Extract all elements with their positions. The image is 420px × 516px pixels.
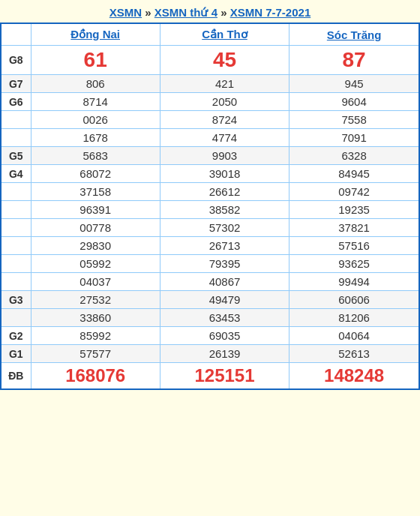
page-container: XSMN » XSMN thứ 4 » XSMN 7-7-2021 Đồng N…	[0, 0, 420, 390]
prize-value: 26612	[160, 183, 289, 201]
table-row: G6871420509604	[1, 93, 419, 111]
prize-value: 39018	[160, 165, 289, 183]
table-row: 167847747091	[1, 129, 419, 147]
prize-value: 79395	[160, 255, 289, 273]
table-row: G4680723901884945	[1, 165, 419, 183]
prize-value: 5683	[31, 147, 160, 165]
prize-value: 68072	[31, 165, 160, 183]
prize-value: 9604	[290, 93, 419, 111]
table-row: 338606345381206	[1, 309, 419, 327]
prize-label	[1, 201, 31, 219]
table-row: 371582661209742	[1, 183, 419, 201]
prize-value: 38582	[160, 201, 289, 219]
table-row: 002687247558	[1, 111, 419, 129]
prize-value: 04037	[31, 273, 160, 291]
prize-label	[1, 273, 31, 291]
prize-value: 09742	[290, 183, 419, 201]
xsmn-link[interactable]: XSMN	[110, 6, 142, 19]
prize-value: 945	[290, 75, 419, 93]
prize-value: 806	[31, 75, 160, 93]
prize-value: 04064	[290, 327, 419, 345]
prize-value: 93625	[290, 255, 419, 273]
prize-value: 26139	[160, 345, 289, 363]
prize-value: 37821	[290, 219, 419, 237]
table-header-row: Đồng Nai Cần Thơ Sóc Trăng	[1, 23, 419, 46]
prize-label	[1, 255, 31, 273]
prize-value: 63453	[160, 309, 289, 327]
xsmn-thu4-link[interactable]: XSMN thứ 4	[154, 6, 218, 19]
prize-value: 2050	[160, 93, 289, 111]
header-can-tho[interactable]: Cần Thơ	[160, 23, 289, 46]
prize-value: 1678	[31, 129, 160, 147]
prize-value: 84945	[290, 165, 419, 183]
prize-value: 26713	[160, 237, 289, 255]
prize-label	[1, 129, 31, 147]
sep1: »	[145, 6, 154, 19]
prize-label: G7	[1, 75, 31, 93]
prize-value: 148248	[290, 363, 419, 390]
prize-value: 6328	[290, 147, 419, 165]
prize-label: G4	[1, 165, 31, 183]
prize-value: 57302	[160, 219, 289, 237]
prize-value: 57577	[31, 345, 160, 363]
table-row: ĐB168076125151148248	[1, 363, 419, 390]
header-dong-nai[interactable]: Đồng Nai	[31, 23, 160, 46]
prize-label: G8	[1, 46, 31, 75]
header-label	[1, 23, 31, 46]
prize-value: 168076	[31, 363, 160, 390]
prize-value: 27532	[31, 291, 160, 309]
prize-value: 125151	[160, 363, 289, 390]
table-row: 040374086799494	[1, 273, 419, 291]
prize-value: 52613	[290, 345, 419, 363]
prize-value: 00778	[31, 219, 160, 237]
prize-value: 96391	[31, 201, 160, 219]
prize-value: 7558	[290, 111, 419, 129]
xsmn-date-link[interactable]: XSMN 7-7-2021	[230, 6, 311, 19]
table-row: G7806421945	[1, 75, 419, 93]
prize-label: G3	[1, 291, 31, 309]
prize-label: G5	[1, 147, 31, 165]
prize-label	[1, 309, 31, 327]
prize-value: 19235	[290, 201, 419, 219]
prize-value: 05992	[31, 255, 160, 273]
prize-label	[1, 183, 31, 201]
table-row: G2859926903504064	[1, 327, 419, 345]
prize-value: 37158	[31, 183, 160, 201]
table-row: G5568399036328	[1, 147, 419, 165]
prize-value: 69035	[160, 327, 289, 345]
prize-value: 0026	[31, 111, 160, 129]
table-row: G8614587	[1, 46, 419, 75]
prize-value: 61	[31, 46, 160, 75]
table-row: 963913858219235	[1, 201, 419, 219]
sep2: »	[220, 6, 230, 19]
prize-value: 45	[160, 46, 289, 75]
prize-value: 8714	[31, 93, 160, 111]
prize-value: 7091	[290, 129, 419, 147]
prize-label: G2	[1, 327, 31, 345]
prize-value: 49479	[160, 291, 289, 309]
prize-value: 9903	[160, 147, 289, 165]
page-header: XSMN » XSMN thứ 4 » XSMN 7-7-2021	[0, 0, 420, 22]
prize-value: 85992	[31, 327, 160, 345]
prize-label: ĐB	[1, 363, 31, 390]
table-row: G1575772613952613	[1, 345, 419, 363]
prize-value: 4774	[160, 129, 289, 147]
prize-label: G1	[1, 345, 31, 363]
prize-value: 421	[160, 75, 289, 93]
prize-label	[1, 237, 31, 255]
prize-label	[1, 219, 31, 237]
table-row: 298302671357516	[1, 237, 419, 255]
prize-value: 33860	[31, 309, 160, 327]
prize-value: 81206	[290, 309, 419, 327]
prize-value: 99494	[290, 273, 419, 291]
prize-value: 29830	[31, 237, 160, 255]
prize-value: 57516	[290, 237, 419, 255]
prize-label	[1, 111, 31, 129]
table-row: 059927939593625	[1, 255, 419, 273]
lottery-table: Đồng Nai Cần Thơ Sóc Trăng G8614587G7806…	[0, 22, 420, 390]
prize-value: 60606	[290, 291, 419, 309]
prize-value: 87	[290, 46, 419, 75]
prize-value: 40867	[160, 273, 289, 291]
header-soc-trang[interactable]: Sóc Trăng	[290, 23, 419, 46]
prize-label: G6	[1, 93, 31, 111]
